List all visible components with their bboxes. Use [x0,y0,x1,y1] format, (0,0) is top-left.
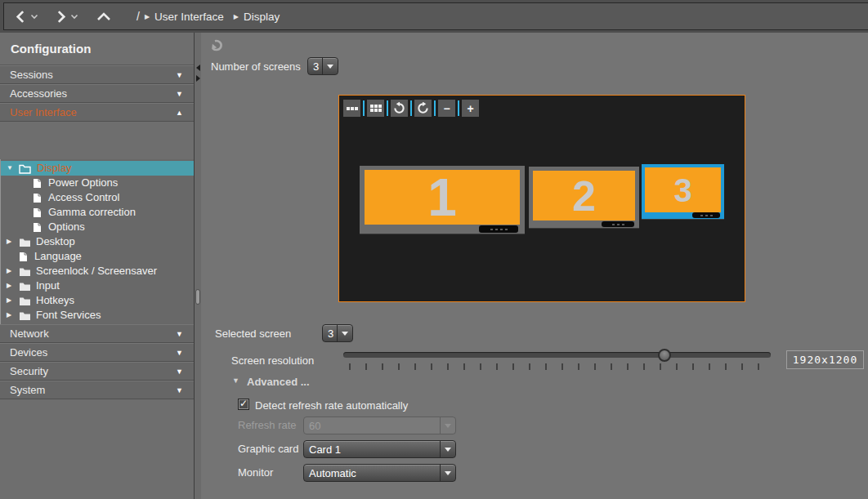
monitor-3-selected[interactable]: 3 [642,164,724,219]
rotate-clockwise-button[interactable] [414,100,432,117]
tree-item-label: Screenlock / Screensaver [36,264,157,278]
expander-closed-icon[interactable]: ▶ [7,278,11,293]
chevron-down-icon: ▼ [176,85,183,103]
chevron-down-icon [327,65,333,69]
sidebar-section-network[interactable]: Network ▼ [0,324,194,343]
tree-item-display[interactable]: ▼ Display [1,161,194,176]
sidebar-section-accessories[interactable]: Accessories ▼ [0,84,194,103]
tree-item-desktop[interactable]: ▶ Desktop [1,234,194,249]
resolution-value-field[interactable]: 1920x1200 [786,350,864,369]
back-button[interactable] [12,8,29,25]
sidebar-section-devices[interactable]: Devices ▼ [0,343,194,362]
expander-closed-icon[interactable]: ▶ [7,264,11,278]
tree-item-screenlock[interactable]: ▶ Screenlock / Screensaver [1,264,194,278]
up-level-button[interactable] [96,8,112,25]
chevron-down-icon [30,14,38,20]
zoom-out-button[interactable]: − [438,100,455,117]
sidebar-section-sessions[interactable]: Sessions ▼ [0,65,194,84]
graphic-card-label: Graphic card [238,443,298,455]
grid-layout-icon [370,105,382,112]
monitor-1[interactable]: 1 [360,166,525,234]
breadcrumb-user-interface[interactable]: User Interface [154,11,224,23]
resolution-slider-ticks [349,363,766,370]
tree-item-label: Options [48,220,85,234]
detect-refresh-checkbox[interactable]: ✓ [238,399,249,410]
resolution-slider-handle[interactable] [658,349,671,362]
settings-tree: ▼ Display Power Options Access Control G… [0,159,194,324]
section-label: Accessories [10,87,67,100]
monitor-select-label: Monitor [238,466,273,479]
tree-item-label: Access Control [48,190,119,205]
dropdown-arrow-button[interactable] [440,441,455,457]
monitor-number: 2 [572,175,596,217]
dropdown-value: Automatic [304,467,440,479]
section-label: Network [10,327,49,340]
expand-sidebar-icon[interactable] [196,75,200,82]
section-label: Security [10,365,48,377]
screen-resolution-label: Screen resolution [231,354,314,367]
expander-open-icon[interactable]: ▼ [7,161,13,176]
tree-item-label: Display [37,161,72,176]
monitor-buttons-strip [692,212,720,218]
resolution-slider-track[interactable] [343,352,771,358]
collapse-sidebar-icon[interactable] [196,65,200,71]
chevron-up-icon [96,11,111,21]
reset-icon [209,38,225,52]
monitor-dropdown[interactable]: Automatic [303,464,456,482]
number-of-screens-dropdown[interactable]: 3 [307,57,338,75]
minus-icon: − [443,103,450,114]
expander-closed-icon[interactable]: ▶ [7,308,11,323]
expander-closed-icon[interactable]: ▶ [7,234,11,249]
breadcrumb-arrow-icon: ▶ [234,13,239,20]
rotate-counterclockwise-button[interactable] [391,100,408,117]
arrange-in-row-button[interactable] [343,100,360,117]
tree-item-options[interactable]: Options [1,220,194,234]
chevron-down-icon [342,332,348,336]
breadcrumb-arrow-icon: ▶ [145,13,150,20]
toolbar-divider [387,100,388,116]
tree-item-hotkeys[interactable]: ▶ Hotkeys [1,293,194,308]
dropdown-arrow-button[interactable] [322,58,338,74]
dropdown-value: Card 1 [304,443,440,456]
back-history-dropdown[interactable] [29,11,39,21]
dropdown-arrow-button[interactable] [337,325,352,341]
selected-screen-dropdown[interactable]: 3 [322,324,353,342]
tree-item-font-services[interactable]: ▶ Font Services [1,308,194,323]
advanced-section-header[interactable]: Advanced ... [247,376,310,388]
rotate-cw-icon [417,102,429,114]
sidebar-scrollbar-thumb[interactable] [195,289,200,305]
breadcrumb-display[interactable]: Display [244,11,280,23]
refresh-rate-label: Refresh rate [238,419,297,431]
dropdown-arrow-button [440,417,455,434]
dropdown-arrow-button[interactable] [440,465,455,481]
expander-closed-icon[interactable]: ▶ [7,293,11,308]
toolbar-divider [434,100,436,116]
sidebar-section-security[interactable]: Security ▼ [0,362,194,381]
forward-button[interactable] [52,8,69,25]
tree-item-label: Gamma correction [48,205,136,220]
dropdown-value: 3 [323,327,337,340]
graphic-card-dropdown[interactable]: Card 1 [303,440,456,458]
tree-item-label: Font Services [36,308,101,323]
tree-item-power-options[interactable]: Power Options [1,176,194,190]
zoom-in-button[interactable]: + [462,100,479,117]
chevron-down-icon: ▼ [176,66,183,84]
section-label: System [10,384,45,396]
sidebar-section-system[interactable]: System ▼ [0,381,194,399]
section-label: Sessions [10,69,53,81]
sidebar-section-user-interface[interactable]: User Interface ▲ [0,103,194,122]
tree-item-gamma-correction[interactable]: Gamma correction [1,205,194,220]
monitor-3-screen: 3 [645,167,721,212]
toolbar-divider [458,100,459,116]
monitor-2[interactable]: 2 [529,167,639,228]
sidebar-splitter[interactable] [194,33,201,499]
advanced-expander-icon[interactable]: ▼ [232,376,239,385]
tree-item-access-control[interactable]: Access Control [1,190,194,205]
arrange-in-grid-button[interactable] [367,100,384,117]
breadcrumb-root[interactable]: / [136,10,140,23]
tree-item-label: Hotkeys [36,293,74,308]
tree-item-input[interactable]: ▶ Input [1,278,194,293]
reset-to-defaults-button[interactable] [209,38,226,53]
forward-history-dropdown[interactable] [69,11,79,21]
tree-item-language[interactable]: Language [1,249,194,264]
